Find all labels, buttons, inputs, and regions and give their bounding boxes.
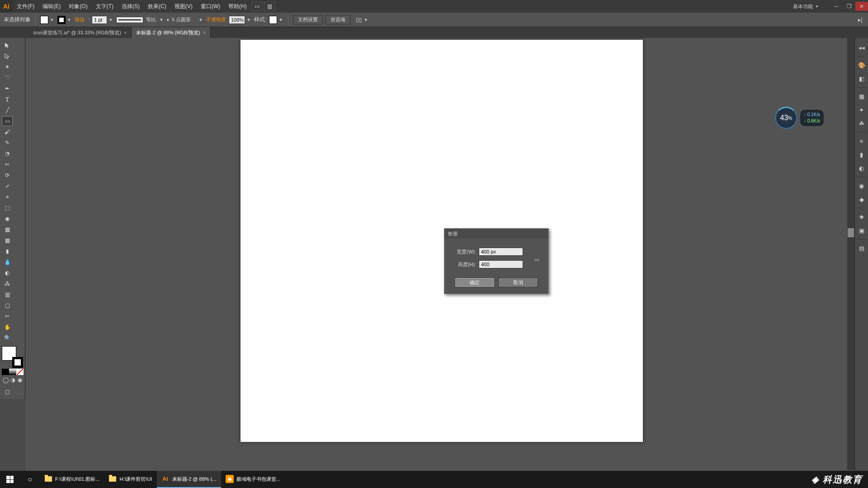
line-tool[interactable]: ╱: [2, 105, 13, 115]
workspace-switcher[interactable]: 基本功能▼: [788, 3, 823, 10]
artboards-panel-icon[interactable]: ▣: [857, 225, 867, 235]
shape-builder-tool[interactable]: ◉: [2, 214, 13, 224]
start-button[interactable]: [0, 471, 20, 488]
draw-inside-icon[interactable]: ◉: [16, 376, 24, 384]
rotate-tool[interactable]: ⟳: [2, 170, 13, 180]
color-chip[interactable]: [2, 369, 9, 375]
direct-selection-tool[interactable]: [2, 51, 13, 61]
artboard[interactable]: [241, 40, 643, 442]
mesh-tool[interactable]: ▦: [2, 235, 13, 245]
none-chip[interactable]: [16, 369, 24, 375]
magic-wand-tool[interactable]: ✶: [2, 62, 13, 72]
menu-file[interactable]: 文件(F): [13, 0, 38, 13]
stroke-swatch[interactable]: ▼: [57, 16, 72, 24]
menu-edit[interactable]: 编辑(E): [38, 0, 65, 13]
style-swatch[interactable]: ▼: [269, 16, 283, 24]
eraser-tool[interactable]: ✂: [2, 160, 13, 169]
scale-tool[interactable]: ⤢: [2, 181, 13, 191]
taskbar-item[interactable]: H:\课件剪切\UI: [104, 471, 156, 488]
taskbar-item[interactable]: Ai未标题-2 @ 88% (...: [157, 471, 221, 488]
height-input[interactable]: [479, 260, 523, 268]
menu-window[interactable]: 窗口(W): [197, 0, 224, 13]
fill-swatch[interactable]: ▼: [40, 16, 55, 24]
draw-normal-icon[interactable]: ◯: [2, 376, 9, 384]
color-panel-icon[interactable]: 🎨: [857, 60, 867, 70]
rectangle-tool[interactable]: ▭: [2, 116, 13, 126]
eyedropper-tool[interactable]: 💧: [2, 257, 13, 267]
document-tab[interactable]: 未标题-2 @ 88% (RGB/预览)×: [132, 27, 211, 38]
stroke-label: 描边: [75, 16, 85, 23]
graphic-styles-icon[interactable]: ◆: [857, 194, 867, 204]
draw-behind-icon[interactable]: ◑: [9, 376, 16, 384]
opacity-input[interactable]: 100%▼: [229, 16, 251, 24]
taskbar-item[interactable]: F:\课程\UI\01.图标...: [40, 471, 104, 488]
menu-select[interactable]: 选择(S): [118, 0, 144, 13]
windows-taskbar: ○ F:\课程\UI\01.图标... H:\课件剪切\UI Ai未标题-2 @…: [0, 471, 868, 488]
collapse-options-icon[interactable]: ▸|: [856, 16, 864, 24]
canvas-area[interactable]: [25, 38, 854, 477]
network-monitor-widget[interactable]: 43% ↑ 0.1K/s ↓ 0.6K/s: [775, 107, 824, 129]
lasso-tool[interactable]: ➰: [2, 73, 13, 83]
document-tab[interactable]: icon课堂练习.ai* @ 33.33% (RGB/预览)×: [29, 27, 132, 38]
preferences-button[interactable]: 首选项: [326, 15, 350, 24]
zoom-tool[interactable]: 🔍: [2, 333, 13, 343]
paintbrush-tool[interactable]: 🖌: [2, 127, 13, 137]
gradient-panel-icon[interactable]: ▮: [857, 150, 867, 160]
fill-stroke-control[interactable]: [2, 346, 23, 368]
vertical-scrollbar[interactable]: [847, 38, 854, 470]
slice-tool[interactable]: ✂: [2, 311, 13, 321]
gradient-chip[interactable]: [9, 369, 16, 375]
libraries-panel-icon[interactable]: ▤: [857, 243, 867, 253]
align-icon[interactable]: ▯▯▼: [356, 17, 368, 23]
symbols-panel-icon[interactable]: ☘: [857, 118, 867, 128]
dialog-title[interactable]: 矩形: [444, 229, 548, 239]
menu-help[interactable]: 帮助(H): [224, 0, 251, 13]
document-setup-button[interactable]: 文档设置: [293, 15, 323, 24]
appearance-panel-icon[interactable]: ◉: [857, 181, 867, 191]
gradient-tool[interactable]: ▮: [2, 246, 13, 256]
screen-mode-icon[interactable]: ▢: [2, 387, 13, 397]
layers-panel-icon[interactable]: ❖: [857, 212, 867, 222]
close-tab-icon[interactable]: ×: [203, 30, 206, 35]
pencil-tool[interactable]: ✎: [2, 138, 13, 148]
artboard-tool[interactable]: ▢: [2, 300, 13, 310]
stroke-weight-input[interactable]: ⌃1 pt▼: [87, 16, 113, 24]
arrange-icon[interactable]: ▥: [264, 2, 275, 11]
blend-tool[interactable]: ◐: [2, 268, 13, 278]
color-guide-icon[interactable]: ◧: [857, 74, 867, 84]
hand-tool[interactable]: ✋: [2, 322, 13, 332]
minimize-button[interactable]: ─: [830, 2, 843, 11]
blob-brush-tool[interactable]: ◔: [2, 149, 13, 159]
perspective-tool[interactable]: ▦: [2, 225, 13, 235]
brushes-panel-icon[interactable]: ✦: [857, 105, 867, 115]
selection-tool[interactable]: [2, 40, 13, 50]
menu-view[interactable]: 视图(V): [170, 0, 197, 13]
expand-dock-icon[interactable]: ◂◂: [857, 42, 867, 52]
menu-type[interactable]: 文字(T): [92, 0, 118, 13]
tool-panel: ✶ ➰ ✒ T ╱ ▭ 🖌 ✎ ◔ ✂ ⟳ ⤢ ⌖ ⬚ ◉ ▦ ▦ ▮ 💧 ◐ …: [0, 38, 25, 399]
close-tab-icon[interactable]: ×: [124, 30, 127, 35]
width-tool[interactable]: ⌖: [2, 192, 13, 202]
layout-icon[interactable]: ▭: [252, 2, 263, 11]
maximize-button[interactable]: ❐: [843, 2, 855, 11]
brush-preset[interactable]: •5 点圆形▼: [167, 16, 203, 24]
stroke-color[interactable]: [12, 357, 23, 368]
free-transform-tool[interactable]: ⬚: [2, 203, 13, 213]
close-button[interactable]: ✕: [855, 2, 868, 11]
swatches-panel-icon[interactable]: ▦: [857, 91, 867, 101]
type-tool[interactable]: T: [2, 94, 13, 104]
stroke-profile[interactable]: 等比▼: [116, 16, 164, 23]
menu-object[interactable]: 对象(O): [65, 0, 91, 13]
stroke-panel-icon[interactable]: ≡: [857, 136, 867, 146]
cortana-search-icon[interactable]: ○: [20, 471, 40, 488]
constrain-link-icon[interactable]: ⚯: [533, 253, 540, 267]
taskbar-item[interactable]: ◉极域电子书包课堂...: [221, 471, 285, 488]
ok-button[interactable]: 确定: [455, 277, 495, 287]
graph-tool[interactable]: ▥: [2, 290, 13, 300]
width-input[interactable]: [479, 248, 523, 256]
pen-tool[interactable]: ✒: [2, 84, 13, 94]
menu-effect[interactable]: 效果(C): [144, 0, 170, 13]
cancel-button[interactable]: 取消: [498, 277, 538, 287]
symbol-sprayer-tool[interactable]: ⁂: [2, 279, 13, 289]
transparency-panel-icon[interactable]: ◐: [857, 163, 867, 173]
